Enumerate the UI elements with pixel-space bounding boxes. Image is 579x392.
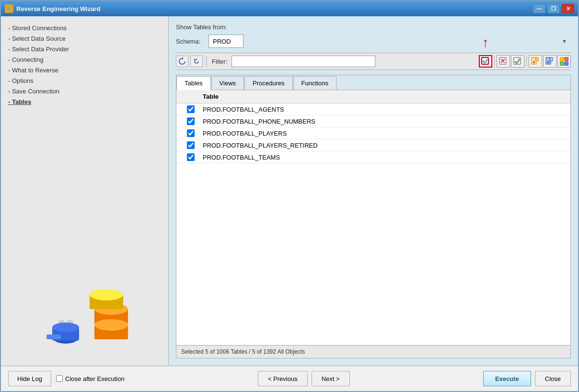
row-3-checkbox-cell	[181, 129, 200, 137]
svg-rect-36	[565, 62, 568, 66]
svg-text:...: ...	[487, 63, 490, 66]
close-after-container: Close after Execution	[56, 375, 125, 382]
refresh-all-button[interactable]	[190, 56, 203, 67]
svg-rect-34	[565, 57, 568, 61]
window-body: - Stored Connections - Select Data Sourc…	[1, 16, 578, 366]
title-bar: 🔧 Reverse Engineering Wizard — ❐ ✕	[1, 1, 578, 16]
row-4-checkbox-cell	[181, 141, 200, 149]
tab-functions[interactable]: Functions	[293, 76, 336, 90]
toolbar-separator-3	[526, 56, 527, 67]
svg-point-4	[52, 323, 79, 332]
schema-dropdown-wrapper: PROD	[208, 35, 571, 48]
restore-button[interactable]: ❐	[547, 4, 560, 13]
sidebar-item-connecting[interactable]: - Connecting	[6, 55, 163, 64]
tab-tables[interactable]: Tables	[176, 76, 211, 90]
select-filtered-button[interactable]	[511, 55, 524, 68]
previous-button[interactable]: < Previous	[258, 371, 308, 386]
row-5-name: PROD.FOOTBALL_TEAMS	[200, 154, 566, 161]
title-controls: — ❐ ✕	[533, 4, 574, 13]
svg-point-15	[194, 59, 196, 60]
window-close-button[interactable]: ✕	[562, 4, 574, 13]
import-button[interactable]	[529, 55, 542, 68]
toolbar-row: Filter: ... ↑	[176, 53, 571, 70]
sidebar-item-select-data-source[interactable]: - Select Data Source	[6, 34, 163, 43]
sidebar-illustration	[32, 272, 138, 358]
row-2-checkbox[interactable]	[187, 117, 195, 125]
svg-point-11	[94, 319, 128, 331]
close-button[interactable]: Close	[535, 371, 571, 386]
sidebar-item-tables[interactable]: - Tables	[6, 97, 163, 106]
tab-bar: Tables Views Procedures Functions	[176, 75, 570, 90]
refresh-button[interactable]	[176, 56, 188, 67]
row-4-name: PROD.FOOTBALL_PLAYERS_RETIRED	[200, 142, 566, 149]
table-column-header: Table	[176, 90, 570, 104]
toolbar-right-buttons: ... ↑	[479, 55, 571, 68]
toolbar-separator-1	[206, 56, 207, 67]
close-after-checkbox[interactable]	[56, 375, 63, 382]
row-5-checkbox-cell	[181, 153, 200, 161]
svg-rect-33	[560, 57, 564, 61]
app-icon: 🔧	[5, 4, 13, 13]
svg-point-14	[90, 289, 123, 300]
table-row: PROD.FOOTBALL_TEAMS	[176, 151, 570, 163]
select-all-checked-button[interactable]: ... ↑	[479, 55, 492, 68]
row-3-name: PROD.FOOTBALL_PLAYERS	[200, 130, 566, 137]
tab-procedures[interactable]: Procedures	[244, 76, 292, 90]
deselect-all-button[interactable]	[497, 55, 510, 68]
sidebar-item-options[interactable]: - Options	[6, 76, 163, 85]
svg-rect-25	[535, 58, 538, 61]
status-bar: Selected 5 of 1006 Tables / 5 of 1392 Al…	[176, 345, 570, 358]
schema-row: Schema: PROD	[176, 35, 571, 48]
filter-input[interactable]	[232, 56, 375, 67]
row-1-checkbox[interactable]	[187, 105, 195, 113]
sidebar-nav: - Stored Connections - Select Data Sourc…	[6, 23, 163, 106]
next-button[interactable]: Next >	[312, 371, 350, 386]
row-3-checkbox[interactable]	[187, 129, 195, 137]
table-name-column-header: Table	[200, 93, 566, 100]
title-bar-left: 🔧 Reverse Engineering Wizard	[5, 4, 100, 13]
close-after-label: Close after Execution	[65, 375, 125, 382]
table-area: Table PROD.FOOTBALL_AGENTS PROD.FOOTBALL…	[176, 90, 570, 345]
main-window: 🔧 Reverse Engineering Wizard — ❐ ✕ - Sto…	[0, 0, 579, 392]
sidebar-item-what-to-reverse[interactable]: - What to Reverse	[6, 66, 163, 75]
main-content: Show Tables from: Schema: PROD Filter:	[169, 16, 578, 366]
footer-center: < Previous Next >	[129, 371, 478, 386]
row-4-checkbox[interactable]	[187, 141, 195, 149]
sidebar-item-save-connection[interactable]: - Save Connection	[6, 87, 163, 96]
table-row: PROD.FOOTBALL_AGENTS	[176, 104, 570, 115]
footer-right: Execute Close	[483, 371, 571, 386]
show-tables-label: Show Tables from:	[176, 23, 571, 31]
footer-left: Hide Log Close after Execution	[8, 371, 125, 386]
sidebar-item-stored-connections[interactable]: - Stored Connections	[6, 23, 163, 33]
execute-button[interactable]: Execute	[483, 371, 531, 386]
row-1-checkbox-cell	[181, 105, 200, 113]
tabs-area: Tables Views Procedures Functions	[176, 75, 571, 358]
row-2-checkbox-cell	[181, 117, 200, 125]
filter-label: Filter:	[212, 58, 228, 65]
toolbar-separator-2	[494, 56, 495, 67]
schema-label: Schema:	[176, 38, 205, 45]
svg-rect-35	[560, 62, 564, 66]
export-button[interactable]	[543, 55, 556, 68]
schema-section: Show Tables from: Schema: PROD	[176, 23, 571, 48]
svg-rect-5	[46, 334, 61, 339]
sidebar: - Stored Connections - Select Data Sourc…	[1, 16, 169, 366]
row-1-name: PROD.FOOTBALL_AGENTS	[200, 106, 566, 113]
row-2-name: PROD.FOOTBALL_PHONE_NUMBERS	[200, 118, 566, 125]
status-text: Selected 5 of 1006 Tables / 5 of 1392 Al…	[181, 348, 305, 355]
svg-rect-30	[550, 58, 553, 61]
row-5-checkbox[interactable]	[187, 153, 195, 161]
settings-button[interactable]	[557, 55, 571, 68]
tab-views[interactable]: Views	[211, 76, 244, 90]
window-title: Reverse Engineering Wizard	[16, 5, 100, 12]
hide-log-button[interactable]: Hide Log	[8, 371, 51, 386]
table-row: PROD.FOOTBALL_PLAYERS_RETIRED	[176, 139, 570, 151]
table-row: PROD.FOOTBALL_PLAYERS	[176, 127, 570, 139]
schema-dropdown[interactable]: PROD	[208, 35, 243, 48]
footer: Hide Log Close after Execution < Previou…	[1, 366, 578, 391]
table-row: PROD.FOOTBALL_PHONE_NUMBERS	[176, 115, 570, 127]
sidebar-item-select-data-provider[interactable]: - Select Data Provider	[6, 45, 163, 54]
minimize-button[interactable]: —	[533, 4, 545, 13]
